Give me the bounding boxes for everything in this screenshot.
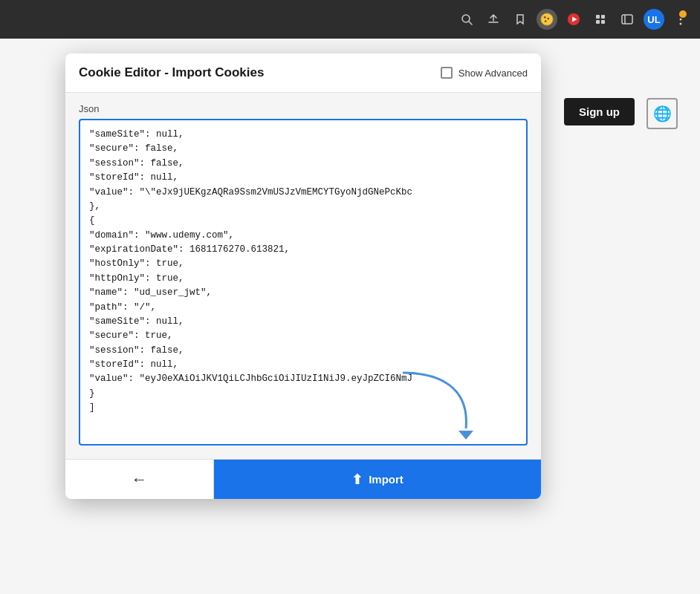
share-icon[interactable]: [483, 9, 504, 30]
json-label: Json: [79, 103, 528, 114]
globe-button[interactable]: 🌐: [646, 98, 678, 129]
svg-rect-11: [601, 20, 605, 24]
svg-point-16: [680, 23, 682, 25]
show-advanced-container: Show Advanced: [441, 67, 528, 79]
show-advanced-checkbox[interactable]: [441, 67, 453, 79]
svg-rect-12: [622, 15, 632, 24]
svg-point-3: [544, 16, 546, 19]
search-icon[interactable]: [456, 9, 477, 30]
svg-point-15: [680, 19, 682, 21]
svg-rect-8: [596, 15, 600, 19]
cookie-icon[interactable]: [537, 9, 557, 30]
music-icon[interactable]: [563, 9, 584, 30]
import-icon: ⬆: [351, 471, 363, 488]
svg-point-5: [545, 20, 547, 22]
show-advanced-label[interactable]: Show Advanced: [458, 68, 528, 79]
back-button[interactable]: ←: [65, 460, 214, 499]
traffic-light-indicator: [679, 10, 687, 18]
cookie-editor-popup: Cookie Editor - Import Cookies Show Adva…: [65, 53, 541, 499]
svg-line-1: [469, 22, 472, 25]
signup-button[interactable]: Sign up: [564, 98, 635, 125]
popup-header: Cookie Editor - Import Cookies Show Adva…: [65, 53, 541, 93]
import-label: Import: [369, 473, 404, 486]
puzzle-icon[interactable]: [590, 9, 611, 30]
popup-body: Json "sameSite": null, "secure": false, …: [65, 93, 541, 459]
bookmark-icon[interactable]: [510, 9, 531, 30]
json-textarea[interactable]: "sameSite": null, "secure": false, "sess…: [79, 119, 528, 446]
popup-title: Cookie Editor - Import Cookies: [79, 65, 264, 80]
import-button[interactable]: ⬆ Import: [214, 460, 541, 499]
page-background: Sign up 🌐 Cookie Editor - Import Cookies…: [0, 39, 700, 594]
svg-rect-10: [596, 20, 600, 24]
user-avatar[interactable]: UL: [644, 9, 664, 30]
sidebar-toggle-icon[interactable]: [617, 9, 638, 30]
svg-rect-9: [601, 15, 605, 19]
popup-footer: ← ⬆ Import: [65, 459, 541, 499]
svg-point-4: [547, 18, 549, 20]
browser-top-bar: UL: [0, 0, 700, 39]
svg-point-2: [541, 13, 553, 25]
